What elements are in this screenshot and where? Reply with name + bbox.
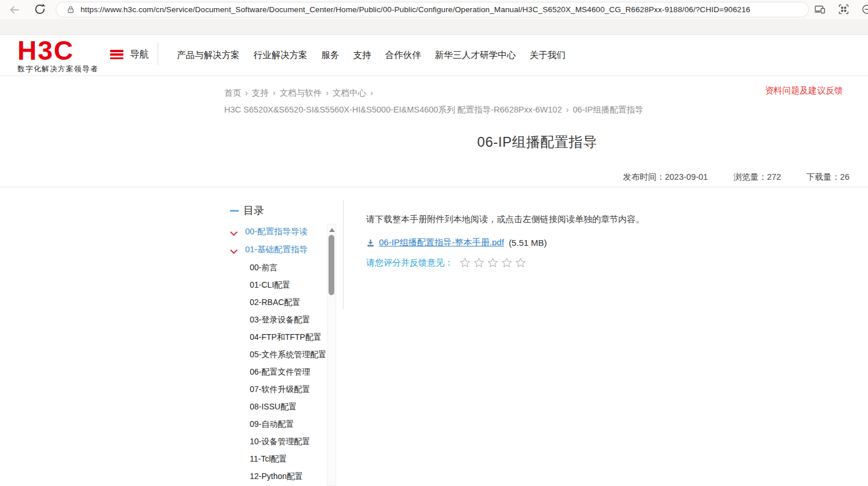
toc-chapter-item[interactable]: 03-登录设备配置 bbox=[250, 311, 326, 329]
pdf-download-row: 06-IP组播配置指导-整本手册.pdf (5.51 MB) bbox=[366, 237, 547, 248]
toc-chapter-item[interactable]: 06-配置文件管理 bbox=[250, 364, 326, 381]
nav-toggle[interactable]: 导航 bbox=[110, 48, 149, 61]
scrollbar-thumb[interactable] bbox=[329, 235, 334, 295]
browser-toolbar: https://www.h3c.com/cn/Service/Document_… bbox=[0, 0, 868, 19]
star-icon[interactable] bbox=[459, 257, 471, 269]
sidebar-divider bbox=[343, 200, 344, 309]
site-header: H3C 数字化解决方案领导者 导航 产品与解决方案 行业解决方案 服务 支持 合… bbox=[0, 35, 868, 76]
logo-text: H3C bbox=[17, 38, 99, 63]
toc-chapter-list: 00-前言 01-CLI配置 02-RBAC配置 03-登录设备配置 04-FT… bbox=[250, 259, 326, 485]
star-icon[interactable] bbox=[487, 257, 499, 269]
toc-section-00[interactable]: 00-配置指导导读 bbox=[231, 226, 308, 237]
toc-header: 目录 bbox=[230, 204, 264, 217]
main-nav: 产品与解决方案 行业解决方案 服务 支持 合作伙伴 新华三人才研学中心 关于我们 bbox=[177, 49, 566, 61]
toc-chapter-item[interactable]: 01-CLI配置 bbox=[250, 277, 326, 294]
toc-chapter-item[interactable]: 02-RBAC配置 bbox=[250, 294, 326, 311]
toc-title: 目录 bbox=[243, 204, 264, 217]
nav-item-services[interactable]: 服务 bbox=[322, 49, 340, 61]
address-bar[interactable]: https://www.h3c.com/cn/Service/Document_… bbox=[56, 2, 809, 17]
nav-item-partners[interactable]: 合作伙伴 bbox=[385, 49, 421, 61]
apps-grid-icon[interactable] bbox=[838, 3, 849, 15]
toc-chapter-item[interactable]: 05-文件系统管理配置 bbox=[250, 346, 326, 364]
star-rating bbox=[459, 257, 527, 269]
crumb-separator: › bbox=[566, 105, 569, 114]
breadcrumb-line-2: H3C S6520X&S6520-SI&S5560X-HI&S5000-EI&M… bbox=[224, 101, 643, 118]
toc-chapter-item[interactable]: 10-设备管理配置 bbox=[250, 433, 326, 451]
nav-toggle-label: 导航 bbox=[130, 48, 149, 61]
zoom-out-icon[interactable] bbox=[861, 3, 868, 15]
toc-section-01[interactable]: 01-基础配置指导 bbox=[231, 244, 308, 255]
toc-chapter-item[interactable]: 00-前言 bbox=[250, 259, 326, 277]
content-instruction: 请下载整本手册附件到本地阅读，或点击左侧链接阅读单独的章节内容。 bbox=[366, 214, 644, 225]
crumb-home[interactable]: 首页 bbox=[224, 88, 241, 97]
crumb-separator: › bbox=[370, 88, 373, 97]
feedback-link[interactable]: 资料问题及建议反馈 bbox=[765, 85, 843, 96]
toc-chapter-item[interactable]: 09-自动配置 bbox=[250, 416, 326, 433]
pdf-link[interactable]: 06-IP组播配置指导-整本手册.pdf bbox=[379, 237, 504, 248]
breadcrumb-line-1: 首页›支持›文档与软件›文档中心› bbox=[224, 85, 643, 101]
scroll-up-icon[interactable] bbox=[329, 228, 335, 232]
rating-row: 请您评分并反馈意见： bbox=[366, 257, 527, 269]
publish-date: 发布时间：2023-09-01 bbox=[623, 172, 708, 183]
breadcrumb: 首页›支持›文档与软件›文档中心› H3C S6520X&S6520-SI&S5… bbox=[224, 85, 643, 118]
refresh-icon[interactable] bbox=[34, 3, 46, 16]
star-icon[interactable] bbox=[473, 257, 485, 269]
toc-chapter-item[interactable]: 08-ISSU配置 bbox=[250, 398, 326, 416]
toc-chapter-item[interactable]: 04-FTP和TFTP配置 bbox=[250, 329, 326, 346]
h3c-logo[interactable]: H3C 数字化解决方案领导者 bbox=[17, 38, 99, 74]
divider bbox=[0, 187, 868, 187]
download-icon[interactable] bbox=[366, 238, 375, 248]
chevron-down-icon bbox=[231, 247, 237, 253]
crumb-separator: › bbox=[326, 88, 329, 97]
url-text: https://www.h3c.com/cn/Service/Document_… bbox=[81, 5, 750, 14]
header-divider bbox=[158, 43, 158, 65]
crumb-support[interactable]: 支持 bbox=[252, 88, 269, 97]
crumb-current-page: 06-IP组播配置指导 bbox=[573, 105, 644, 114]
toc-scrollbar[interactable] bbox=[327, 224, 336, 486]
toc-chapter-item[interactable]: 07-软件升级配置 bbox=[250, 381, 326, 398]
logo-tagline: 数字化解决方案领导者 bbox=[17, 64, 99, 74]
lock-icon[interactable] bbox=[67, 5, 75, 14]
toc-chapter-item[interactable]: 12-Python配置 bbox=[250, 468, 326, 485]
toc-dash-icon bbox=[230, 210, 239, 212]
nav-item-industry[interactable]: 行业解决方案 bbox=[254, 49, 308, 61]
doc-meta: 发布时间：2023-09-01 浏览量：272 下载量：26 bbox=[623, 172, 849, 183]
nav-item-academy[interactable]: 新华三人才研学中心 bbox=[435, 49, 516, 61]
download-count: 下载量：26 bbox=[807, 172, 849, 183]
devices-icon[interactable] bbox=[814, 3, 826, 15]
view-count: 浏览量：272 bbox=[734, 172, 781, 183]
star-icon[interactable] bbox=[501, 257, 513, 269]
crumb-separator: › bbox=[245, 88, 248, 97]
crumb-doc-center[interactable]: 文档中心 bbox=[333, 88, 366, 97]
back-icon[interactable] bbox=[8, 3, 21, 16]
star-icon[interactable] bbox=[515, 257, 527, 269]
chevron-down-icon bbox=[231, 229, 237, 235]
nav-item-products[interactable]: 产品与解决方案 bbox=[177, 49, 240, 61]
bookmarks-bar bbox=[0, 19, 868, 35]
toc-chapter-item[interactable]: 11-Tcl配置 bbox=[250, 451, 326, 468]
crumb-docs-software[interactable]: 文档与软件 bbox=[280, 88, 322, 97]
pdf-size: (5.51 MB) bbox=[509, 238, 547, 248]
crumb-product-series[interactable]: H3C S6520X&S6520-SI&S5560X-HI&S5000-EI&M… bbox=[224, 105, 562, 114]
rating-label: 请您评分并反馈意见： bbox=[366, 257, 453, 269]
page-title: 06-IP组播配置指导 bbox=[224, 133, 850, 151]
crumb-separator: › bbox=[273, 88, 276, 97]
nav-item-about[interactable]: 关于我们 bbox=[530, 49, 566, 61]
hamburger-icon bbox=[110, 50, 123, 59]
nav-item-support[interactable]: 支持 bbox=[353, 49, 371, 61]
